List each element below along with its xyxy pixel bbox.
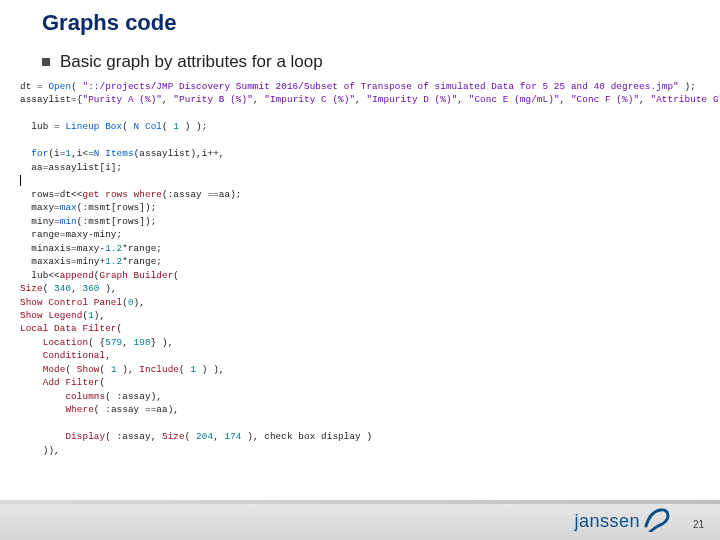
- code-keyword: N Items: [94, 148, 134, 159]
- logo-text: janssen: [574, 511, 640, 532]
- code-text: } ),: [151, 337, 174, 348]
- code-number: 204: [196, 431, 213, 442]
- code-text: [20, 404, 65, 415]
- code-text: (: [100, 364, 111, 375]
- code-text: (:msmt[rows]);: [77, 202, 157, 213]
- janssen-logo: janssen: [574, 506, 670, 532]
- code-text: ,: [162, 94, 173, 105]
- code-text: ) ),: [196, 364, 224, 375]
- code-message: Local Data Filter: [20, 323, 117, 334]
- bullet-row: Basic graph by attributes for a loop: [42, 52, 323, 72]
- code-text: (:assay ==aa);: [162, 189, 242, 200]
- code-text: ( {: [88, 337, 105, 348]
- code-message: get rows where: [82, 189, 162, 200]
- code-text: [20, 377, 43, 388]
- code-text: ,i<=: [71, 148, 94, 159]
- code-text: )),: [20, 445, 60, 456]
- code-string: "Purity B (%)": [173, 94, 253, 105]
- code-text: ),: [134, 297, 145, 308]
- code-message: Graph Builder: [100, 270, 174, 281]
- code-text: ), check box display ): [242, 431, 373, 442]
- code-text: );: [679, 81, 696, 92]
- code-text: (: [117, 323, 123, 334]
- code-text: (: [185, 431, 196, 442]
- code-message: Size: [162, 431, 185, 442]
- code-number: 1.2: [105, 243, 122, 254]
- code-text: (:msmt[rows]);: [77, 216, 157, 227]
- code-text: ,: [253, 94, 264, 105]
- code-text: [20, 350, 43, 361]
- code-message: Size: [20, 283, 43, 294]
- code-text: (: [71, 81, 82, 92]
- code-text: (: [122, 121, 133, 132]
- code-text: ( :assay,: [105, 431, 162, 442]
- code-text: lub<<: [20, 270, 60, 281]
- code-number: 579: [105, 337, 122, 348]
- code-text: miny=: [20, 216, 60, 227]
- code-text: ,: [105, 350, 111, 361]
- code-text: (: [65, 364, 76, 375]
- code-text: (: [162, 121, 173, 132]
- code-text: dt =: [20, 81, 48, 92]
- code-string: "Impurity D (%)": [366, 94, 457, 105]
- code-text: (assaylist),i++,: [134, 148, 225, 159]
- code-message: Include: [139, 364, 179, 375]
- code-message: Show: [77, 364, 100, 375]
- code-keyword: N Col: [134, 121, 162, 132]
- code-text: ),: [94, 310, 105, 321]
- code-message: Display: [65, 431, 105, 442]
- code-text: aa=assaylist[i];: [20, 162, 122, 173]
- code-text: [20, 148, 31, 159]
- code-text: ,: [560, 94, 571, 105]
- page-number: 21: [693, 519, 704, 530]
- code-string: "Purity A (%)": [82, 94, 162, 105]
- code-block: dt = Open( "::/projects/JMP Discovery Su…: [20, 80, 710, 457]
- code-text: (: [100, 377, 106, 388]
- code-text: (: [173, 270, 179, 281]
- code-number: 360: [82, 283, 99, 294]
- code-string: "Conc F (%)": [571, 94, 639, 105]
- code-number: 198: [134, 337, 151, 348]
- code-keyword: min: [60, 216, 77, 227]
- code-text: ,: [122, 337, 133, 348]
- code-text: ),: [117, 364, 140, 375]
- code-keyword: Open: [48, 81, 71, 92]
- code-message: Mode: [43, 364, 66, 375]
- code-text: ,: [355, 94, 366, 105]
- code-text: ( :assay ==aa),: [94, 404, 179, 415]
- code-keyword: for: [31, 148, 48, 159]
- code-text: [20, 391, 65, 402]
- code-text: lub =: [20, 121, 65, 132]
- code-message: Add Filter: [43, 377, 100, 388]
- code-number: 340: [54, 283, 71, 294]
- code-text: maxaxis=miny+: [20, 256, 105, 267]
- code-text: ) );: [179, 121, 207, 132]
- code-text: ,: [639, 94, 650, 105]
- code-number: 174: [224, 431, 241, 442]
- code-text: range=maxy-miny;: [20, 229, 122, 240]
- code-text: (: [43, 283, 54, 294]
- code-keyword: Lineup Box: [65, 121, 122, 132]
- code-text: ( :assay),: [105, 391, 162, 402]
- code-text: *range;: [122, 243, 162, 254]
- footer: janssen 21: [0, 488, 720, 540]
- code-text: (: [179, 364, 190, 375]
- logo-mark-icon: [644, 506, 670, 532]
- slide-title: Graphs code: [42, 10, 176, 36]
- code-string: "Conc E (mg/mL)": [469, 94, 560, 105]
- code-text: minaxis=maxy-: [20, 243, 105, 254]
- code-message: Show Control Panel: [20, 297, 122, 308]
- text-caret-icon: [20, 175, 22, 186]
- code-text: maxy=: [20, 202, 60, 213]
- code-message: Where: [65, 404, 93, 415]
- bullet-icon: [42, 58, 50, 66]
- code-string: "Impurity C (%)": [264, 94, 355, 105]
- code-text: [20, 337, 43, 348]
- code-keyword: max: [60, 202, 77, 213]
- code-text: ),: [100, 283, 117, 294]
- code-text: ,: [213, 431, 224, 442]
- code-message: Location: [43, 337, 88, 348]
- code-message: columns: [65, 391, 105, 402]
- code-number: 1.2: [105, 256, 122, 267]
- code-text: ,: [457, 94, 468, 105]
